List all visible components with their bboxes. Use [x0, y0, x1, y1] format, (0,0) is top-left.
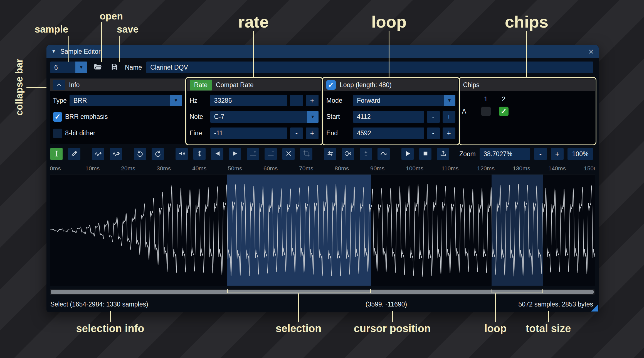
save-button[interactable] — [108, 61, 120, 73]
annotation-sample: sample — [35, 24, 68, 35]
check-icon: ✓ — [501, 107, 507, 116]
insert-silence-icon — [249, 150, 257, 158]
filter-button[interactable] — [377, 148, 390, 160]
hz-input[interactable]: 33286 — [210, 95, 288, 106]
chevron-down-icon: ▼ — [75, 62, 87, 73]
annotation-line-selection-info — [110, 311, 111, 322]
check-icon: ✓ — [328, 81, 334, 89]
filter-curve-icon — [380, 150, 388, 158]
window-collapse-icon[interactable]: ▼ — [51, 49, 56, 54]
stop-button[interactable] — [419, 148, 431, 160]
zoom-reset-button[interactable]: 100% — [567, 148, 593, 160]
name-input[interactable]: Clarinet DQV — [146, 62, 593, 73]
loop-start-input[interactable]: 4112 — [353, 111, 424, 123]
annotation-line-cursor-position — [392, 311, 393, 322]
loop-end-plus-button[interactable]: + — [443, 127, 455, 139]
loop-start-minus-button[interactable]: - — [427, 111, 440, 123]
invert-button[interactable] — [342, 148, 354, 160]
play-button[interactable] — [401, 148, 414, 160]
resize-wave-icon — [95, 150, 102, 158]
title-bar[interactable]: ▼ Sample Editor × — [46, 45, 599, 58]
zoom-out-button[interactable]: - — [534, 148, 547, 160]
chip-row-a-label: A — [462, 108, 477, 115]
annotation-collapse-bar: collapse bar — [14, 59, 25, 116]
fade-out-button[interactable] — [229, 148, 241, 160]
sign-button[interactable] — [360, 148, 372, 160]
plus-minus-icon — [362, 150, 370, 158]
close-button[interactable]: × — [588, 47, 594, 56]
fine-value: -11 — [214, 129, 223, 137]
brr-emphasis-checkbox[interactable]: ✓ — [53, 112, 62, 122]
sample-select-dropdown[interactable]: 6 ▼ — [50, 62, 87, 73]
rate-header-label: Compat Rate — [216, 81, 254, 89]
loop-start-value: 4112 — [357, 113, 371, 121]
draw-button[interactable] — [68, 148, 80, 160]
hz-minus-button[interactable]: - — [290, 95, 303, 106]
resize-button[interactable] — [92, 148, 104, 160]
fade-in-button[interactable] — [211, 148, 223, 160]
fade-in-icon — [214, 150, 221, 158]
waveform-scrollbar[interactable] — [50, 289, 595, 295]
fine-input[interactable]: -11 — [210, 127, 288, 139]
sample-index-value: 6 — [50, 62, 75, 73]
zoom-label: Zoom — [459, 150, 476, 158]
type-dropdown[interactable]: BRR ▼ — [70, 95, 182, 106]
fine-plus-button[interactable]: + — [306, 127, 319, 139]
annotation-loop: loop — [371, 12, 407, 31]
insert-silence-button[interactable] — [247, 148, 259, 160]
zoom-in-button[interactable]: + — [551, 148, 564, 160]
ruler-tick: 0ms — [50, 165, 85, 172]
amplify-button[interactable] — [176, 148, 188, 160]
open-button[interactable] — [92, 61, 104, 73]
scrollbar-thumb[interactable] — [51, 290, 594, 294]
loop-section: ✓ Loop (length: 480) Mode Forward ▼ Star… — [324, 79, 458, 144]
undo-icon — [136, 150, 144, 158]
chevron-down-icon: ▼ — [307, 111, 319, 123]
resample-wave-icon — [112, 150, 120, 158]
dither-checkbox[interactable] — [53, 129, 62, 138]
waveform-view[interactable] — [50, 174, 595, 286]
undo-button[interactable] — [134, 148, 146, 160]
upload-icon — [440, 150, 447, 158]
stop-icon — [422, 150, 429, 158]
reverse-button[interactable] — [324, 148, 336, 160]
fine-minus-button[interactable]: - — [290, 127, 303, 139]
window-title: Sample Editor — [60, 48, 100, 55]
annotation-selection: selection — [276, 323, 322, 335]
note-label: Note — [190, 113, 208, 121]
redo-button[interactable] — [152, 148, 164, 160]
import-button[interactable] — [437, 148, 449, 160]
collapse-info-button[interactable] — [53, 80, 65, 90]
normalize-button[interactable] — [193, 148, 206, 160]
hz-plus-button[interactable]: + — [306, 95, 319, 106]
delete-x-icon — [285, 150, 292, 158]
resize-grip[interactable] — [591, 305, 598, 312]
note-dropdown[interactable]: C-7 ▼ — [210, 111, 319, 123]
delete-button[interactable] — [282, 148, 295, 160]
chip-1-checkbox[interactable] — [481, 107, 491, 116]
apply-silence-button[interactable] — [265, 148, 277, 160]
ruler-tick: 90ms — [370, 165, 406, 172]
rate-toggle-button[interactable]: Rate — [190, 80, 212, 90]
loop-enable-checkbox[interactable]: ✓ — [326, 80, 336, 90]
loop-start-plus-button[interactable]: + — [443, 111, 455, 123]
waveform-plot — [50, 175, 595, 286]
time-ruler[interactable]: 0ms 10ms 20ms 30ms 40ms 50ms 60ms 70ms 8… — [50, 163, 595, 174]
type-value: BRR — [70, 95, 170, 106]
resample-button[interactable] — [110, 148, 122, 160]
ibeam-cursor-icon — [53, 150, 60, 158]
info-collapse-bar[interactable]: Info — [50, 79, 185, 91]
brr-emphasis-label: BRR emphasis — [65, 113, 108, 121]
loop-end-input[interactable]: 4592 — [353, 127, 424, 139]
chevron-down-icon: ▼ — [170, 95, 182, 106]
check-icon: ✓ — [55, 112, 61, 121]
zoom-value-input[interactable]: 38.7027% — [480, 148, 530, 160]
chip-2-checkbox[interactable]: ✓ — [499, 107, 509, 116]
chevron-down-icon: ▼ — [444, 95, 455, 106]
sample-editor-window: ▼ Sample Editor × 6 ▼ — [46, 45, 599, 312]
loop-end-minus-button[interactable]: - — [427, 127, 440, 139]
mode-label: Mode — [326, 97, 350, 104]
select-button[interactable] — [50, 148, 63, 160]
loop-mode-dropdown[interactable]: Forward ▼ — [353, 95, 455, 106]
trim-button[interactable] — [300, 148, 312, 160]
